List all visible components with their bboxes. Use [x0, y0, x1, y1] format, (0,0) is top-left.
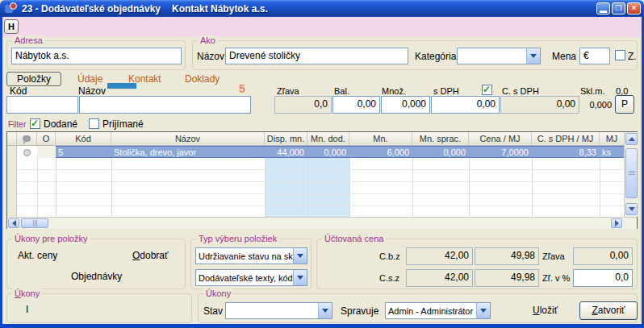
dot-icon: [23, 149, 31, 156]
ulozit-action[interactable]: Uložiť: [533, 305, 558, 316]
row-disp: 44,000: [265, 146, 307, 158]
scroll-down-icon[interactable]: [625, 203, 638, 215]
akt-ceny-action[interactable]: Akt. ceny: [18, 250, 57, 261]
price-zlava-field: 0,00: [573, 247, 633, 265]
progress-bar: [107, 83, 136, 89]
stav-select[interactable]: [225, 302, 332, 319]
col-disp[interactable]: Disp. mn.: [265, 132, 307, 145]
col-mj[interactable]: MJ: [600, 132, 624, 145]
window-border-bottom: [0, 324, 644, 328]
vertical-scrollbar[interactable]: [624, 132, 638, 217]
table-row[interactable]: 5 Stolička, drevo, javor 44,000 0,000 6,…: [7, 146, 624, 158]
table-header: O Kód Názov Disp. mn. Mn. dod. Mn. Mn. s…: [7, 132, 624, 146]
nazov-label: Názov: [197, 51, 224, 62]
sdph-label: s DPH: [433, 86, 459, 96]
col-mn[interactable]: Mn.: [349, 132, 412, 145]
ukony-left-caption: Úkony: [12, 289, 42, 298]
toolbar-strip: [2, 17, 642, 37]
col-mndod[interactable]: Mn. dod.: [307, 132, 349, 145]
item-count: 5: [239, 82, 245, 95]
zl-pct-label: Zľ. v %: [542, 273, 570, 283]
ukony-left-group: Úkony: [6, 293, 192, 323]
app-window: 23 - Dodávateľské objednávky Kontakt Náb…: [0, 0, 644, 328]
csz-label: C.s.z: [379, 273, 399, 283]
tab-doklady[interactable]: Doklady: [185, 73, 220, 85]
csdph-field: 0,00: [500, 96, 579, 114]
spravuje-value: Admin - Administrátor: [386, 306, 476, 316]
row-nazov: Stolička, drevo, javor: [111, 146, 265, 158]
row-comment-cell: [17, 146, 37, 158]
chevron-down-icon[interactable]: [293, 248, 307, 264]
row-mnsprac: 0,000: [412, 146, 469, 158]
vertical-scroll-thumb[interactable]: [625, 148, 638, 198]
zl-pct-field[interactable]: 0,0: [573, 269, 633, 287]
title-bar[interactable]: 23 - Dodávateľské objednávky Kontakt Náb…: [0, 0, 644, 17]
close-button[interactable]: ✕: [627, 2, 641, 15]
window-border-left: [0, 17, 2, 328]
items-table: O Kód Názov Disp. mn. Mn. dod. Mn. Mn. s…: [6, 131, 638, 229]
item-actions-caption: Úkony pre položky: [12, 234, 90, 243]
billed-price-caption: Účtovaná cena: [322, 234, 386, 243]
nazov-input[interactable]: Drevené stoličky: [225, 48, 408, 64]
row-o-cell: [37, 146, 56, 158]
stock-mode-value: Udržiavanie stavu na skl: [196, 251, 293, 261]
tab-udaje[interactable]: Údaje: [77, 73, 102, 85]
h-button[interactable]: H: [4, 19, 19, 34]
p-button[interactable]: P: [615, 95, 634, 114]
prijimane-label: Prijímané: [102, 118, 144, 130]
filter-label: Filter: [8, 120, 26, 129]
supplier-text-select[interactable]: Dodávateľské texty, kódy: [195, 269, 307, 286]
price-zlava-label: Zľava: [542, 251, 565, 261]
col-mnsprac[interactable]: Mn. sprac.: [412, 132, 469, 145]
mnoz-label: Množ.: [382, 86, 406, 96]
stock-mode-select[interactable]: Udržiavanie stavu na skl: [195, 247, 307, 264]
horizontal-scrollbar[interactable]: [7, 217, 637, 229]
col-nazov[interactable]: Názov: [111, 132, 265, 145]
minimize-button[interactable]: ▬: [596, 2, 610, 15]
col-csdph[interactable]: C. s DPH / MJ: [532, 132, 600, 145]
adresa-input[interactable]: Nábytok a.s.: [11, 48, 182, 64]
sdph-checkbox[interactable]: [482, 85, 492, 95]
zatvorit-label: Zatvoriť: [592, 302, 625, 319]
odobrat-action[interactable]: Odobrať: [132, 250, 169, 261]
chevron-down-icon[interactable]: [318, 303, 332, 318]
sdph-field[interactable]: 0,00: [431, 96, 500, 114]
chevron-down-icon[interactable]: [293, 270, 307, 285]
nazov-entry-input[interactable]: [79, 96, 251, 114]
col-cena[interactable]: Cena / MJ: [469, 132, 532, 145]
spravuje-select[interactable]: Admin - Administrátor: [385, 302, 491, 319]
horizontal-scroll-thumb[interactable]: [21, 218, 48, 228]
zlava-field: 0,0: [274, 96, 332, 114]
z-checkbox[interactable]: [615, 50, 625, 60]
selector-column-header[interactable]: [7, 132, 17, 145]
app-icon: [5, 2, 17, 15]
kod-input[interactable]: [6, 96, 78, 114]
chevron-down-icon[interactable]: [476, 303, 490, 318]
col-o[interactable]: O: [37, 132, 56, 145]
dodane-checkbox[interactable]: [30, 118, 40, 129]
z-label: Z.: [628, 51, 637, 62]
scroll-right-icon[interactable]: [611, 218, 622, 228]
scroll-up-icon[interactable]: [625, 133, 638, 145]
tab-polozky[interactable]: Položky: [6, 72, 61, 86]
row-mndod: 0,000: [307, 146, 349, 158]
mena-input[interactable]: €: [579, 48, 610, 64]
maximize-button[interactable]: ❐: [612, 2, 625, 15]
bal-field[interactable]: 0,00: [332, 96, 380, 114]
csz-field-2: 49,98: [475, 269, 539, 287]
kategoria-label: Kategória: [415, 51, 456, 62]
cbz-field-2: 49,98: [475, 247, 539, 265]
chevron-down-icon[interactable]: [526, 48, 540, 64]
cbz-label: C.b.z: [379, 251, 400, 261]
comment-column-header[interactable]: [17, 132, 37, 145]
mnoz-field[interactable]: 0,000: [381, 96, 430, 114]
row-kod: 5: [56, 146, 111, 158]
scroll-left-icon[interactable]: [8, 218, 19, 228]
dodane-label: Dodané: [44, 118, 77, 130]
kategoria-select[interactable]: [457, 48, 541, 64]
col-kod[interactable]: Kód: [56, 132, 111, 145]
spravuje-label: Spravuje: [341, 305, 378, 317]
prijimane-checkbox[interactable]: [89, 118, 99, 129]
zatvorit-button[interactable]: Zatvoriť: [579, 301, 638, 320]
objednavky-action[interactable]: Objednávky: [71, 271, 122, 282]
